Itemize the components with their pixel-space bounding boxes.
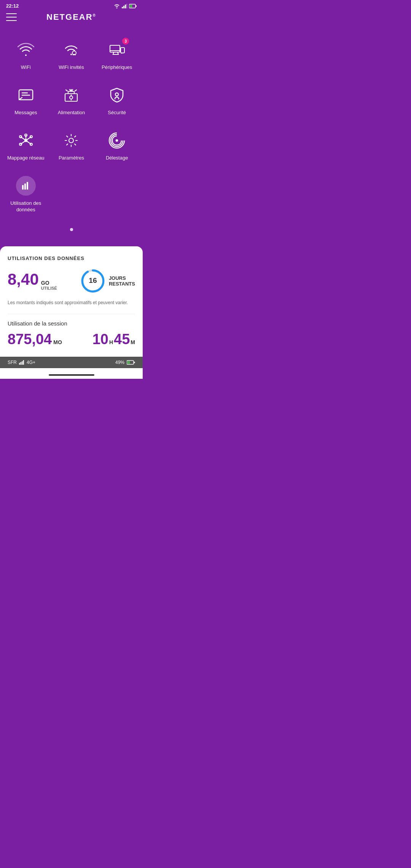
data-unit-block: GO UTILISÉ: [41, 280, 57, 290]
svg-rect-0: [122, 7, 123, 8]
app-logo: NETGEAR®: [46, 12, 96, 22]
delestage-icon-wrapper: [106, 130, 127, 151]
bottom-info-bar: SFR 4G+ 49%: [0, 357, 143, 368]
session-hours-label: H: [109, 339, 113, 345]
devices-label: Périphériques: [102, 64, 132, 71]
signal-icon: [122, 4, 127, 8]
parametres-label: Paramètres: [59, 155, 84, 161]
wifi-status-icon: [114, 4, 120, 8]
devices-icon-wrapper: 3: [106, 39, 127, 61]
days-circle: 16: [81, 269, 105, 293]
battery-percent: 49%: [115, 360, 124, 365]
svg-rect-38: [127, 361, 130, 364]
wifi-item[interactable]: WiFi: [3, 33, 49, 78]
utilisation-donnees-item[interactable]: Utilisation des données: [3, 169, 49, 221]
card-title: UTILISATION DES DONNÉES: [8, 255, 135, 261]
svg-rect-34: [22, 361, 23, 365]
securite-item[interactable]: Sécurité: [94, 78, 140, 124]
wifi-icon: [18, 41, 34, 58]
wifi-guests-label: WiFi invités: [59, 64, 84, 71]
mappage-icon-wrapper: [15, 130, 37, 151]
wifi-guests-icon-wrapper: [61, 39, 82, 61]
signal-bars-icon: [19, 360, 24, 365]
mappage-item[interactable]: Mappage réseau: [3, 124, 49, 169]
session-number: 875,04: [8, 331, 52, 348]
menu-button[interactable]: [6, 13, 17, 21]
svg-rect-6: [130, 5, 132, 7]
svg-line-22: [21, 140, 26, 144]
svg-point-25: [69, 138, 73, 143]
data-used-label: UTILISÉ: [41, 286, 57, 290]
session-unit: MO: [53, 339, 62, 345]
svg-rect-29: [27, 182, 28, 190]
svg-rect-33: [21, 362, 22, 365]
wifi-label: WiFi: [21, 64, 31, 71]
days-label: JOURS RESTANTS: [109, 275, 135, 287]
alimentation-label: Alimentation: [58, 110, 85, 116]
messages-item[interactable]: Messages: [3, 78, 49, 124]
alimentation-icon-wrapper: [61, 85, 82, 106]
svg-rect-8: [110, 45, 120, 52]
days-number: 16: [89, 277, 97, 285]
svg-line-23: [26, 140, 31, 144]
utilisation-donnees-icon-wrapper: [15, 175, 37, 196]
pagination-dot: [70, 228, 73, 231]
securite-icon-wrapper: [106, 85, 127, 106]
days-text1: JOURS: [109, 275, 135, 281]
securite-label: Sécurité: [108, 110, 126, 116]
messages-icon: [18, 87, 34, 104]
main-grid-area: WiFi WiFi invités 3: [0, 27, 143, 243]
data-number: 8,40: [8, 271, 39, 287]
messages-icon-wrapper: [15, 85, 37, 106]
home-indicator: [49, 374, 94, 376]
disclaimer: Les montants indiqués sont approximatifs…: [8, 299, 135, 306]
offload-icon: [108, 132, 125, 149]
settings-icon: [63, 132, 80, 149]
svg-rect-2: [125, 5, 126, 8]
battery-bottom-icon: [127, 360, 135, 365]
svg-rect-5: [136, 5, 137, 7]
devices-icon: [108, 41, 125, 58]
svg-line-20: [21, 137, 26, 140]
alimentation-item[interactable]: Alimentation: [49, 78, 94, 124]
wifi-guests-item[interactable]: WiFi invités: [49, 33, 94, 78]
carrier-name: SFR: [8, 360, 17, 365]
data-usage-icon: [21, 180, 31, 191]
data-used: 8,40 GO UTILISÉ: [8, 271, 57, 290]
session-title: Utilisation de la session: [8, 320, 135, 327]
parametres-item[interactable]: Paramètres: [49, 124, 94, 169]
devices-item[interactable]: 3 Périphériques: [94, 33, 140, 78]
svg-rect-37: [134, 362, 135, 363]
messages-label: Messages: [14, 110, 37, 116]
session-hours: 10: [92, 331, 108, 348]
status-time: 22:12: [6, 3, 19, 9]
card-divider: [8, 314, 135, 314]
wifi-icon-wrapper: [15, 39, 37, 61]
wifi-guest-icon: [63, 41, 80, 58]
icon-grid: WiFi WiFi invités 3: [0, 33, 143, 169]
devices-badge: 3: [122, 38, 129, 45]
battery-icon: [129, 4, 137, 8]
svg-rect-1: [123, 6, 124, 8]
session-data: 875,04 MO 10 H 45 M: [8, 331, 135, 348]
status-bar: 22:12: [0, 0, 143, 10]
network-type: 4G+: [27, 360, 35, 365]
svg-rect-32: [19, 363, 20, 365]
mappage-label: Mappage réseau: [7, 155, 45, 161]
svg-rect-27: [22, 185, 24, 190]
power-icon: [63, 87, 80, 104]
data-unit: GO: [41, 280, 57, 286]
session-minutes-label: M: [131, 339, 135, 345]
svg-rect-9: [121, 48, 124, 53]
pagination: [0, 220, 143, 235]
nav-bar: [0, 368, 143, 379]
svg-rect-35: [23, 360, 24, 365]
data-usage-main: 8,40 GO UTILISÉ 16 JOURS RESTANTS: [8, 269, 135, 293]
svg-point-26: [116, 140, 118, 141]
security-icon: [108, 87, 125, 104]
data-card: UTILISATION DES DONNÉES 8,40 GO UTILISÉ …: [0, 246, 143, 357]
delestage-label: Délestage: [106, 155, 128, 161]
svg-point-13: [115, 93, 118, 96]
parametres-icon-wrapper: [61, 130, 82, 151]
delestage-item[interactable]: Délestage: [94, 124, 140, 169]
